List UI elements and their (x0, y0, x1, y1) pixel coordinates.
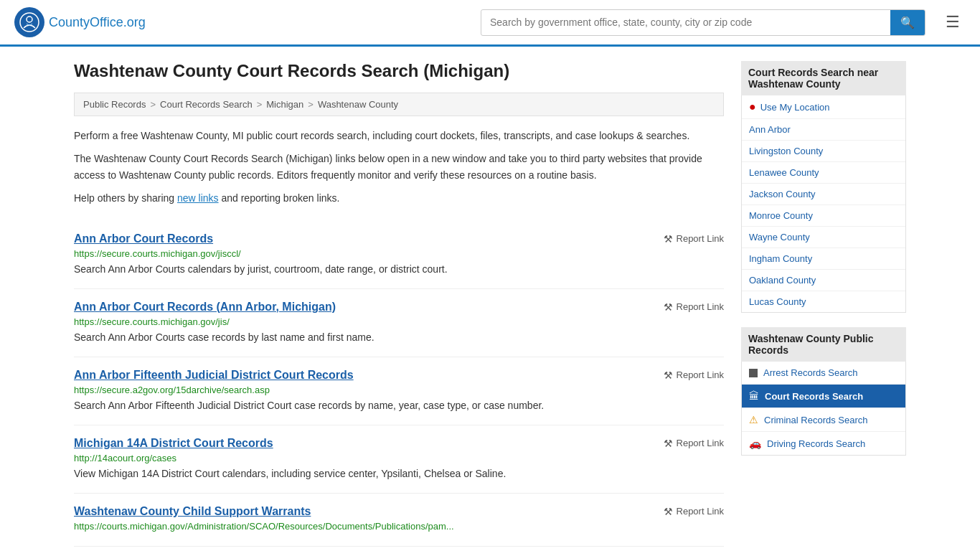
breadcrumb-sep-1: > (150, 99, 156, 110)
result-desc: View Michigan 14A District Court calenda… (74, 466, 724, 481)
description-area: Perform a free Washtenaw County, MI publ… (74, 128, 724, 207)
sidebar-nearby-section: Court Records Search near Washtenaw Coun… (741, 61, 906, 313)
new-links-link[interactable]: new links (177, 192, 219, 204)
sidebar-nearby-list: ● Use My Location Ann Arbor Livingston C… (741, 95, 906, 313)
sidebar-public-records-list: Arrest Records Search 🏛 Court Records Se… (741, 362, 906, 456)
arrest-icon (749, 369, 758, 377)
main-content: Washtenaw County Court Records Search (M… (74, 61, 724, 547)
page-container: Washtenaw County Court Records Search (M… (60, 47, 920, 551)
sidebar-item-monroe[interactable]: Monroe County (742, 205, 905, 227)
report-icon: ⚒ (664, 233, 673, 245)
breadcrumb: Public Records > Court Records Search > … (74, 93, 724, 116)
sidebar-use-my-location[interactable]: ● Use My Location (742, 95, 905, 119)
breadcrumb-link-court-records[interactable]: Court Records Search (160, 99, 253, 110)
logo-icon (14, 7, 44, 37)
sidebar-item-ann-arbor[interactable]: Ann Arbor (742, 119, 905, 141)
sidebar-pr-arrest[interactable]: Arrest Records Search (742, 362, 905, 385)
sidebar-item-ingham[interactable]: Ingham County (742, 248, 905, 270)
result-title[interactable]: Washtenaw County Child Support Warrants (74, 505, 311, 518)
menu-icon: ☰ (946, 13, 960, 31)
result-url: http://14acourt.org/cases (74, 453, 724, 463)
sidebar-item-lucas[interactable]: Lucas County (742, 291, 905, 312)
result-desc: Search Ann Arbor Courts calendars by jur… (74, 262, 724, 277)
sidebar-item-lenawee[interactable]: Lenawee County (742, 162, 905, 184)
result-url: https://secure.courts.michigan.gov/jis/ (74, 316, 724, 327)
result-title[interactable]: Ann Arbor Court Records (74, 232, 213, 245)
report-link-button[interactable]: ⚒ Report Link (664, 369, 724, 381)
page-title: Washtenaw County Court Records Search (M… (74, 61, 724, 81)
result-item: Ann Arbor Court Records ⚒ Report Link ht… (74, 221, 724, 289)
search-icon: 🔍 (900, 17, 915, 29)
result-item: Ann Arbor Court Records (Ann Arbor, Mich… (74, 289, 724, 357)
breadcrumb-link-michigan[interactable]: Michigan (266, 99, 303, 110)
report-link-button[interactable]: ⚒ Report Link (664, 506, 724, 517)
breadcrumb-sep-2: > (257, 99, 263, 110)
search-bar: 🔍 (481, 9, 925, 36)
result-title[interactable]: Michigan 14A District Court Records (74, 437, 273, 450)
sidebar-item-livingston[interactable]: Livingston County (742, 141, 905, 162)
report-icon: ⚒ (664, 438, 673, 449)
result-item: Michigan 14A District Court Records ⚒ Re… (74, 425, 724, 494)
sidebar-item-jackson[interactable]: Jackson County (742, 184, 905, 205)
result-url: https://secure.a2gov.org/15darchive/sear… (74, 385, 724, 395)
sidebar-item-oakland[interactable]: Oakland County (742, 270, 905, 291)
result-title[interactable]: Ann Arbor Court Records (Ann Arbor, Mich… (74, 301, 336, 314)
result-item: Ann Arbor Fifteenth Judicial District Co… (74, 357, 724, 425)
report-link-button[interactable]: ⚒ Report Link (664, 301, 724, 313)
sidebar-pr-criminal[interactable]: ⚠ Criminal Records Search (742, 408, 905, 432)
result-item: Washtenaw County Child Support Warrants … (74, 494, 724, 547)
report-icon: ⚒ (664, 369, 673, 381)
result-desc: Search Ann Arbor Courts case records by … (74, 330, 724, 345)
court-icon: 🏛 (749, 390, 759, 402)
report-link-button[interactable]: ⚒ Report Link (664, 438, 724, 449)
result-url: https://secure.courts.michigan.gov/jiscc… (74, 248, 724, 259)
breadcrumb-current: Washtenaw County (318, 99, 398, 110)
criminal-icon: ⚠ (749, 414, 758, 425)
header: CountyOffice.org 🔍 ☰ (0, 0, 980, 47)
result-title[interactable]: Ann Arbor Fifteenth Judicial District Co… (74, 369, 354, 382)
sidebar: Court Records Search near Washtenaw Coun… (741, 61, 906, 547)
sidebar-public-records-title: Washtenaw County Public Records (741, 327, 906, 362)
report-link-button[interactable]: ⚒ Report Link (664, 233, 724, 245)
sidebar-nearby-title: Court Records Search near Washtenaw Coun… (741, 61, 906, 95)
sidebar-pr-driving[interactable]: 🚗 Driving Records Search (742, 432, 905, 455)
search-button[interactable]: 🔍 (890, 10, 925, 35)
result-desc: Search Ann Arbor Fifteenth Judicial Dist… (74, 398, 724, 413)
report-icon: ⚒ (664, 301, 673, 313)
sidebar-pr-court[interactable]: 🏛 Court Records Search (742, 385, 905, 408)
report-icon: ⚒ (664, 506, 673, 517)
results-list: Ann Arbor Court Records ⚒ Report Link ht… (74, 221, 724, 547)
driving-icon: 🚗 (749, 438, 761, 449)
result-url: https://courts.michigan.gov/Administrati… (74, 521, 724, 532)
breadcrumb-link-public-records[interactable]: Public Records (83, 99, 146, 110)
logo-area[interactable]: CountyOffice.org (14, 7, 146, 37)
location-icon: ● (749, 100, 756, 113)
description-para3: Help others by sharing new links and rep… (74, 190, 724, 206)
sidebar-public-records-section: Washtenaw County Public Records Arrest R… (741, 327, 906, 456)
logo-text: CountyOffice.org (49, 15, 146, 30)
search-input[interactable] (481, 11, 890, 34)
breadcrumb-sep-3: > (308, 99, 314, 110)
description-para1: Perform a free Washtenaw County, MI publ… (74, 128, 724, 143)
description-para2: The Washtenaw County Court Records Searc… (74, 151, 724, 183)
sidebar-item-wayne[interactable]: Wayne County (742, 227, 905, 248)
menu-button[interactable]: ☰ (940, 10, 966, 34)
